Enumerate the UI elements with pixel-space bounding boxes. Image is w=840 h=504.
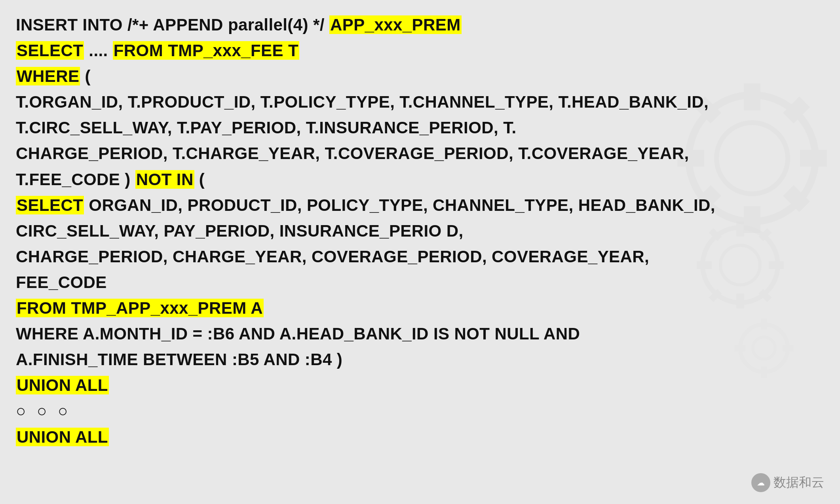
where-highlight: WHERE (16, 67, 80, 85)
fee-code-text: T.FEE_CODE ) (16, 170, 135, 189)
watermark-icon: ☁ (751, 473, 770, 492)
continuation-dots: ○ ○ ○ (16, 402, 71, 420)
not-in-highlight: NOT IN (135, 170, 194, 189)
sql-line-7: T.FEE_CODE ) NOT IN ( (16, 167, 824, 192)
sql-line-1: INSERT INTO /*+ APPEND parallel(4) */ AP… (16, 12, 824, 38)
line6-text: CHARGE_PERIOD, T.CHARGE_YEAR, T.COVERAGE… (16, 144, 689, 163)
sql-line-3: WHERE ( (16, 63, 824, 89)
open-paren: ( (194, 170, 205, 189)
sql-line-8: SELECT ORGAN_ID, PRODUCT_ID, POLICY_TYPE… (16, 192, 824, 218)
sql-line-11: FEE_CODE (16, 269, 824, 295)
from-tmp-app-highlight: FROM TMP_APP_xxx_PREM A (16, 299, 264, 317)
insert-into-text: INSERT INTO /*+ APPEND parallel(4) */ (16, 15, 329, 34)
watermark-text: 数据和云 (773, 474, 824, 491)
sql-code-block: INSERT INTO /*+ APPEND parallel(4) */ AP… (16, 12, 824, 450)
sql-line-5: T.CIRC_SELL_WAY, T.PAY_PERIOD, T.INSURAN… (16, 115, 824, 140)
sql-line-14: A.FINISH_TIME BETWEEN :B5 AND :B4 ) (16, 347, 824, 372)
line8-rest: ORGAN_ID, PRODUCT_ID, POLICY_TYPE, CHANN… (84, 196, 715, 214)
sql-line-4: T.ORGAN_ID, T.PRODUCT_ID, T.POLICY_TYPE,… (16, 89, 824, 115)
sql-line-2: SELECT .... FROM TMP_xxx_FEE T (16, 38, 824, 63)
sql-line-15: UNION ALL (16, 372, 824, 398)
fee-code-field: FEE_CODE (16, 273, 107, 292)
watermark: ☁ 数据和云 (751, 473, 824, 492)
line10-text: CHARGE_PERIOD, CHARGE_YEAR, COVERAGE_PER… (16, 247, 649, 266)
sql-line-6: CHARGE_PERIOD, T.CHARGE_YEAR, T.COVERAGE… (16, 140, 824, 166)
sql-line-9: CIRC_SELL_WAY, PAY_PERIOD, INSURANCE_PER… (16, 218, 824, 244)
from-tmp-fee-highlight: FROM TMP_xxx_FEE T (113, 41, 299, 60)
line9-text: CIRC_SELL_WAY, PAY_PERIOD, INSURANCE_PER… (16, 222, 464, 240)
line13-text: WHERE A.MONTH_ID = :B6 AND A.HEAD_BANK_I… (16, 324, 580, 343)
select-highlight-1: SELECT (16, 41, 84, 60)
from-tmx-fee-text: .... (84, 41, 113, 60)
line5-text: T.CIRC_SELL_WAY, T.PAY_PERIOD, T.INSURAN… (16, 118, 517, 137)
union-all-highlight-1: UNION ALL (16, 376, 109, 394)
line4-text: T.ORGAN_ID, T.PRODUCT_ID, T.POLICY_TYPE,… (16, 93, 709, 111)
sql-dots: ○ ○ ○ (16, 398, 824, 424)
sql-line-10: CHARGE_PERIOD, CHARGE_YEAR, COVERAGE_PER… (16, 244, 824, 269)
sql-line-12: FROM TMP_APP_xxx_PREM A (16, 295, 824, 321)
select-highlight-2: SELECT (16, 196, 84, 214)
line14-text: A.FINISH_TIME BETWEEN :B5 AND :B4 ) (16, 350, 342, 369)
sql-line-16: UNION ALL (16, 424, 824, 450)
sql-line-13: WHERE A.MONTH_ID = :B6 AND A.HEAD_BANK_I… (16, 321, 824, 347)
app-xxx-prem-highlight: APP_xxx_PREM (329, 15, 462, 34)
where-paren: ( (80, 67, 91, 85)
union-all-highlight-2: UNION ALL (16, 428, 109, 446)
